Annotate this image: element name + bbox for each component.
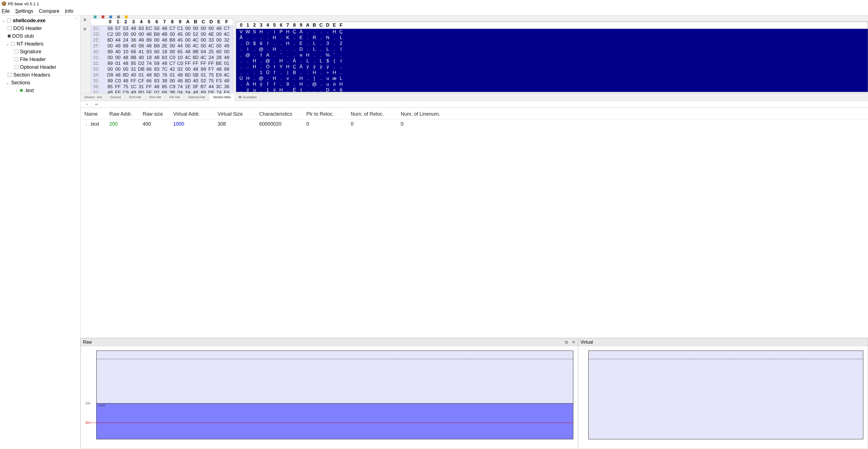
tree-item-label: Optional Header xyxy=(20,64,56,70)
table-header-row: Name Raw Addr. Raw size Virtual Addr. Vi… xyxy=(82,109,868,119)
menu-bar: File Settings Compare Info xyxy=(0,7,868,15)
tree-item-label: DOS stub xyxy=(12,33,34,39)
tree-section-headers[interactable]: Section Headers xyxy=(0,71,80,79)
tree-dos-stub[interactable]: DOS stub xyxy=(0,32,80,40)
tree-optional-header[interactable]: Optional Header xyxy=(0,63,80,71)
panel-title: Virtual xyxy=(581,340,593,345)
raw-map-title: Raw ⧉ ✕ xyxy=(81,338,578,346)
col-num-linenum[interactable]: Num. of Linenum. xyxy=(401,111,456,117)
panel-title: Raw xyxy=(83,340,92,345)
tree-item-label: .text xyxy=(24,88,34,93)
tree-file-header[interactable]: File Header xyxy=(0,56,80,63)
menu-settings[interactable]: Settings xyxy=(15,8,33,14)
col-num-reloc[interactable]: Num. of Reloc. xyxy=(351,111,401,117)
popout-icon[interactable]: ⧉ xyxy=(565,340,568,345)
tree-sections[interactable]: ⌄ Sections xyxy=(0,79,80,87)
detail-tabs: Disasm: .text General DOS Hdr Rich Hdr F… xyxy=(81,93,868,101)
cell-num-linenum: 0 xyxy=(401,121,456,127)
file-icon xyxy=(7,19,11,23)
col-virt-addr[interactable]: Virtual Addr. xyxy=(173,111,218,117)
tab-disasm[interactable]: Disasm: .text xyxy=(81,93,106,101)
fit-columns-icon[interactable]: ⇔ xyxy=(95,102,98,106)
tab-optional-hdr[interactable]: Optional Hdr xyxy=(184,93,210,101)
folder-icon xyxy=(239,96,241,98)
app-icon xyxy=(2,1,6,6)
tree-root[interactable]: ⌄ shellcode.exe xyxy=(0,17,80,24)
table-toolbar: + ⇔ xyxy=(81,101,868,107)
col-virt-size[interactable]: Virtual Size xyxy=(218,111,259,117)
raw-map[interactable]: [.text] 200 253 xyxy=(81,346,578,449)
file-tree[interactable]: ⌃ ⌄ shellcode.exe DOS Header DOS stub ⌄ … xyxy=(0,15,81,449)
hex-table[interactable]: 0123456789ABCDEF2C:5657534883EC5048C7C10… xyxy=(90,18,233,96)
tree-item-label: Sections xyxy=(11,80,30,86)
tab-file-hdr[interactable]: File Hdr xyxy=(165,93,184,101)
header-icon xyxy=(8,73,12,77)
stub-icon xyxy=(8,35,10,37)
virtual-map[interactable] xyxy=(578,346,868,449)
tick-label: 253 xyxy=(85,421,90,424)
header-icon xyxy=(14,50,18,54)
cell-num-reloc: 0 xyxy=(351,121,401,127)
header-icon xyxy=(14,57,18,61)
tab-section-hdrs[interactable]: Section Hdrs xyxy=(209,93,235,101)
section-table[interactable]: Name Raw Addr. Raw size Virtual Addr. Vi… xyxy=(81,107,868,338)
tree-dos-header[interactable]: DOS Header xyxy=(0,24,80,32)
window-titlebar: PE-bear v0.5.1.1 xyxy=(0,0,868,7)
section-icon xyxy=(20,89,23,92)
tree-signature[interactable]: Signature xyxy=(0,48,80,56)
tree-root-label: shellcode.exe xyxy=(13,18,45,24)
col-raw-size[interactable]: Raw size xyxy=(143,111,173,117)
cell-characteristics: 60000020 xyxy=(259,121,306,127)
hex-toolbar[interactable] xyxy=(90,15,233,18)
tab-exception[interactable]: Exception xyxy=(235,93,260,101)
ascii-table[interactable]: 0123456789ABCDEFVWSH.ìPHÇÁ....HÇÂ....H.K… xyxy=(236,22,868,92)
popout-icon[interactable]: ⧉ xyxy=(84,27,86,31)
memory-maps: Raw ⧉ ✕ [.text] xyxy=(81,338,868,449)
col-characteristics[interactable]: Characteristics xyxy=(259,111,306,117)
cell-virt-addr: 1000 xyxy=(173,121,218,127)
section-label: [.text] xyxy=(98,404,104,407)
window-title: PE-bear v0.5.1.1 xyxy=(8,1,39,6)
tree-item-label: File Header xyxy=(20,57,46,62)
tree-item-label: DOS Header xyxy=(13,26,42,31)
add-section-icon[interactable]: + xyxy=(86,102,88,106)
cell-raw-addr: 200 xyxy=(109,121,143,127)
menu-info[interactable]: Info xyxy=(65,8,73,14)
menu-compare[interactable]: Compare xyxy=(39,8,59,14)
table-row[interactable]: › .text 200 400 1000 308 60000020 0 0 0 xyxy=(82,119,868,129)
tree-nt-headers[interactable]: ⌄ NT Headers xyxy=(0,40,80,48)
tab-label: Exception xyxy=(243,95,256,99)
tab-general[interactable]: General xyxy=(106,93,125,101)
hex-side-toolbar: ✕ ⧉ xyxy=(81,15,89,92)
close-icon[interactable]: ✕ xyxy=(572,340,576,345)
tree-item-label: Signature xyxy=(20,49,41,55)
tree-item-label: Section Headers xyxy=(13,72,50,78)
ascii-pane: 0123456789ABCDEFVWSH.ìPHÇÁ....HÇÂ....H.K… xyxy=(236,15,868,92)
virtual-map-title: Virtual xyxy=(578,338,868,346)
col-raw-addr[interactable]: Raw Addr. xyxy=(109,111,143,117)
tab-rich-hdr[interactable]: Rich Hdr xyxy=(146,93,165,101)
tree-item-label: NT Headers xyxy=(17,41,43,47)
menu-file[interactable]: File xyxy=(2,8,10,14)
cell-virt-size: 308 xyxy=(218,121,259,127)
col-name[interactable]: Name xyxy=(84,111,109,117)
folder-icon xyxy=(11,42,15,46)
cell-raw-size: 400 xyxy=(143,121,173,127)
close-tab-icon[interactable]: ✕ xyxy=(83,17,87,23)
col-ptr-reloc[interactable]: Ptr to Reloc. xyxy=(306,111,351,117)
tick-label: 200 xyxy=(85,402,90,405)
header-icon xyxy=(14,65,18,69)
cell-name: › .text xyxy=(84,121,109,127)
header-icon xyxy=(8,26,12,30)
hex-pane: 0123456789ABCDEF2C:5657534883EC5048C7C10… xyxy=(90,15,233,92)
cell-ptr-reloc: 0 xyxy=(306,121,351,127)
scroll-up-icon[interactable]: ⌃ xyxy=(75,17,79,22)
tab-dos-hdr[interactable]: DOS Hdr xyxy=(125,93,146,101)
tree-text-section[interactable]: › .text xyxy=(0,87,80,94)
